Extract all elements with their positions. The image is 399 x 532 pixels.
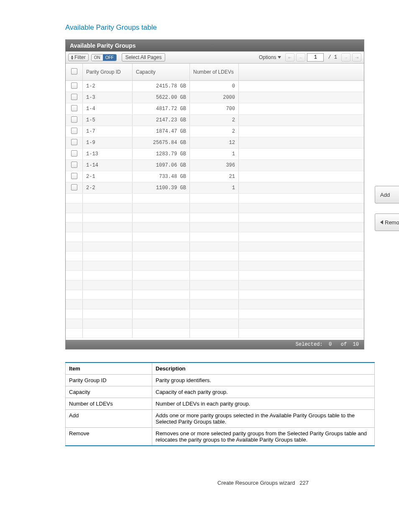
select-all-pages-button[interactable]: Select All Pages [122, 53, 166, 62]
table-row-empty [66, 280, 364, 290]
filter-toggle-off[interactable]: OFF [103, 54, 116, 61]
row-checkbox[interactable] [71, 116, 77, 123]
total-count: 10 [353, 342, 359, 347]
panel-toolbar: ▴▾ Filter ON OFF Select All Pages Option… [66, 51, 364, 64]
cell-parity-group-id: 2-1 [83, 171, 133, 182]
cell-capacity: 2415.78 GB [133, 81, 190, 92]
cell-parity-group-id: 1-2 [83, 81, 133, 92]
cell-rest [239, 182, 364, 194]
cell-num-ldevs: 2000 [190, 92, 239, 103]
add-button[interactable]: Add [375, 186, 399, 203]
desc-row: CapacityCapacity of each parity group. [66, 386, 375, 398]
cell-capacity: 2147.23 GB [133, 115, 190, 126]
cell-parity-group-id: 1-4 [83, 103, 133, 115]
table-row-empty [66, 242, 364, 252]
cell-rest [239, 115, 364, 126]
table-row-empty [66, 300, 364, 309]
cell-parity-group-id: 1-3 [83, 92, 133, 103]
cell-parity-group-id: 1-5 [83, 115, 133, 126]
cell-rest [239, 137, 364, 149]
of-label: of [341, 342, 347, 347]
page-prev-button[interactable]: ← [296, 53, 305, 62]
table-row-empty [66, 329, 364, 338]
table-row-empty [66, 252, 364, 261]
triangle-left-icon [380, 220, 383, 224]
row-checkbox[interactable] [71, 128, 77, 134]
panel-title: Available Parity Groups [66, 40, 364, 51]
row-checkbox[interactable] [71, 139, 77, 145]
table-row[interactable]: 1-131283.79 GB1 [66, 149, 364, 160]
row-checkbox[interactable] [71, 94, 77, 100]
table-row-empty [66, 213, 364, 223]
col-header-parity-group-id[interactable]: Parity Group ID [83, 64, 133, 81]
cell-rest [239, 160, 364, 171]
row-checkbox[interactable] [71, 105, 77, 111]
page-next-button[interactable]: → [341, 53, 350, 62]
table-row[interactable]: 1-35622.00 GB2000 [66, 92, 364, 103]
cell-parity-group-id: 1-14 [83, 160, 133, 171]
row-checkbox[interactable] [71, 82, 77, 89]
cell-parity-group-id: 1-9 [83, 137, 133, 149]
description-table: Item Description Parity Group IDParity g… [65, 362, 375, 446]
table-row[interactable]: 1-44817.72 GB700 [66, 103, 364, 115]
table-row-empty [66, 290, 364, 300]
cell-parity-group-id: 1-13 [83, 149, 133, 160]
cell-parity-group-id: 1-7 [83, 126, 133, 137]
filter-button[interactable]: ▴▾ Filter [68, 54, 89, 61]
col-header-capacity[interactable]: Capacity [133, 64, 190, 81]
cell-num-ldevs: 700 [190, 103, 239, 115]
cell-capacity: 4817.72 GB [133, 103, 190, 115]
cell-capacity: 5622.00 GB [133, 92, 190, 103]
cell-num-ldevs: 396 [190, 160, 239, 171]
col-header-rest [239, 64, 364, 81]
cell-rest [239, 126, 364, 137]
row-checkbox[interactable] [71, 173, 77, 179]
filter-toggle[interactable]: ON OFF [91, 54, 117, 61]
footer-text: Create Resource Groups wizard [217, 480, 295, 486]
remove-label: Remo [385, 219, 399, 226]
table-row-empty [66, 232, 364, 242]
table-row[interactable]: 1-52147.23 GB2 [66, 115, 364, 126]
desc-text: Capacity of each parity group. [152, 386, 375, 398]
table-row[interactable]: 2-21100.39 GB1 [66, 182, 364, 194]
col-header-num-ldevs[interactable]: Number of LDEVs [190, 64, 239, 81]
col-header-checkbox[interactable] [66, 64, 83, 81]
desc-header-item: Item [66, 362, 152, 375]
cell-rest [239, 171, 364, 182]
filter-icon: ▴▾ [71, 54, 73, 60]
page-total-label: / 1 [325, 54, 340, 60]
row-checkbox[interactable] [71, 162, 77, 168]
table-row[interactable]: 1-141097.06 GB396 [66, 160, 364, 171]
cell-capacity: 1097.06 GB [133, 160, 190, 171]
filter-toggle-on[interactable]: ON [92, 54, 103, 61]
page-footer: Create Resource Groups wizard 227 [65, 480, 309, 486]
page-last-button[interactable]: ⇥ [352, 53, 361, 62]
desc-row: Number of LDEVsNumber of LDEVs in each p… [66, 398, 375, 410]
table-row[interactable]: 1-71874.47 GB2 [66, 126, 364, 137]
row-checkbox[interactable] [71, 184, 77, 190]
cell-capacity: 1283.79 GB [133, 149, 190, 160]
table-row[interactable]: 2-1733.48 GB21 [66, 171, 364, 182]
cell-capacity: 733.48 GB [133, 171, 190, 182]
table-row-empty [66, 261, 364, 271]
panel-footer: Selected: 0 of 10 [66, 340, 364, 349]
cell-num-ldevs: 12 [190, 137, 239, 149]
page-number-input[interactable] [307, 53, 324, 62]
table-row[interactable]: 1-22415.78 GB0 [66, 81, 364, 92]
cell-rest [239, 92, 364, 103]
table-row-empty [66, 319, 364, 329]
desc-item: Parity Group ID [66, 375, 152, 386]
options-button[interactable]: Options [256, 54, 284, 61]
row-checkbox[interactable] [71, 150, 77, 157]
page-first-button[interactable]: ⇤ [285, 53, 294, 62]
desc-row: Parity Group IDParity group identifiers. [66, 375, 375, 386]
cell-rest [239, 81, 364, 92]
desc-row: AddAdds one or more parity groups select… [66, 410, 375, 428]
checkbox-icon[interactable] [71, 68, 77, 75]
table-row-empty [66, 271, 364, 280]
cell-capacity: 25675.84 GB [133, 137, 190, 149]
table-row[interactable]: 1-925675.84 GB12 [66, 137, 364, 149]
cell-parity-group-id: 2-2 [83, 182, 133, 194]
remove-button[interactable]: Remo [375, 213, 399, 231]
table-row-empty [66, 203, 364, 213]
